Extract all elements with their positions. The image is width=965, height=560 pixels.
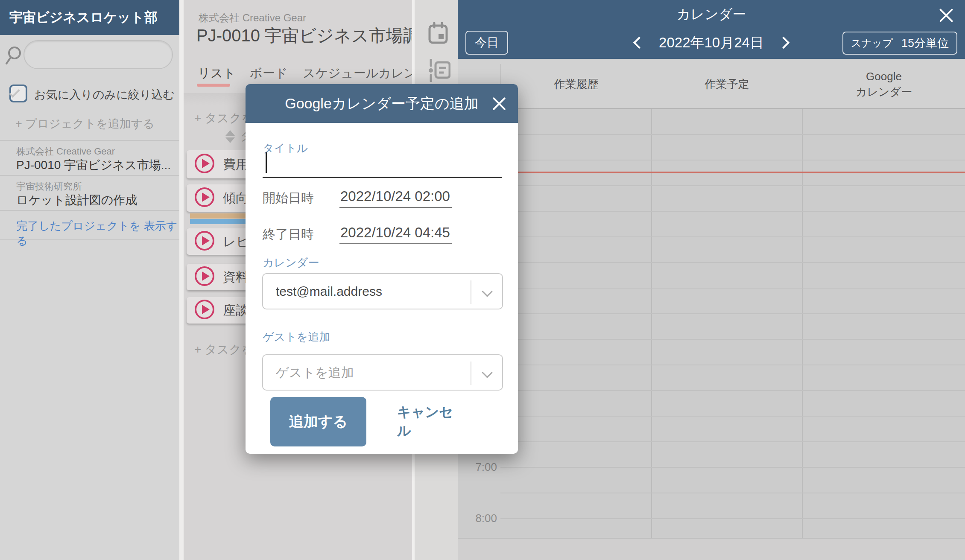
column-work-plan: 作業予定 xyxy=(652,59,802,109)
chevron-down-icon xyxy=(482,286,492,297)
select-divider xyxy=(471,362,471,385)
end-datetime-label: 終了日時 xyxy=(263,226,314,243)
task-name: 資料 xyxy=(223,268,249,286)
text-caret xyxy=(266,152,267,173)
select-divider xyxy=(471,280,471,304)
grid-line xyxy=(500,518,965,519)
favorite-filter-checkbox[interactable] xyxy=(9,85,27,102)
project-name: PJ-0010 宇宙ビジネス市場... xyxy=(16,157,174,173)
guests-field-label: ゲストを追加 xyxy=(263,330,330,344)
project-name: ロケット設計図の作成 xyxy=(16,192,174,208)
grid-line xyxy=(500,390,965,391)
close-icon[interactable] xyxy=(938,7,955,24)
grid-line xyxy=(500,416,965,417)
show-completed-row: 完了したプロジェクトを 表示する xyxy=(0,211,179,240)
hour-label: 7:00 xyxy=(458,460,497,474)
grid-line xyxy=(500,236,965,237)
grid-line xyxy=(500,288,965,289)
close-icon[interactable] xyxy=(491,96,507,111)
guests-select[interactable]: ゲストを追加 xyxy=(262,354,503,391)
chevron-down-icon xyxy=(482,367,492,378)
snap-label: スナップ xyxy=(851,36,893,50)
column-separator xyxy=(802,109,803,538)
submit-button[interactable]: 追加する xyxy=(270,397,366,446)
grid-line xyxy=(500,134,965,135)
sidebar-divider xyxy=(179,0,184,560)
task-name: 傾向 xyxy=(223,190,249,207)
grid-line xyxy=(500,467,965,468)
sidebar-project-item[interactable]: 宇宙技術研究所 ロケット設計図の作成 xyxy=(0,176,179,211)
snap-value: 15分単位 xyxy=(901,35,949,51)
calendar-title: カレンダー xyxy=(458,5,965,24)
start-datetime-value[interactable]: 2022/10/24 02:00 xyxy=(339,188,452,208)
calendar-header: カレンダー 今日 2022年10月24日 スナップ 15分単位 xyxy=(458,0,965,59)
chevron-left-icon[interactable] xyxy=(633,37,645,49)
search-row xyxy=(0,40,179,70)
modal-header: Googleカレンダー予定の追加 xyxy=(246,84,518,123)
app-root: 宇宙ビジネスロケット部 お気に入りのみに絞り込む + プロジェクトを追加する 株… xyxy=(0,0,965,560)
guests-select-placeholder: ゲストを追加 xyxy=(276,364,354,381)
play-icon[interactable] xyxy=(194,153,215,175)
start-datetime-label: 開始日時 xyxy=(263,190,314,207)
project-company-header: 株式会社 Creative Gear xyxy=(199,11,306,25)
favorite-filter-label: お気に入りのみに絞り込む xyxy=(34,87,175,102)
grid-line xyxy=(500,160,965,160)
team-name: 宇宙ビジネスロケット部 xyxy=(0,0,184,35)
column-separator xyxy=(651,109,652,538)
grid-line xyxy=(500,493,965,493)
project-company: 株式会社 Creative Gear xyxy=(16,145,115,158)
tab-schedule[interactable]: スケジュール xyxy=(303,65,378,82)
google-calendar-event-modal: Googleカレンダー予定の追加 タイトル 開始日時 2022/10/24 02… xyxy=(246,84,518,454)
calendar-view-icon[interactable] xyxy=(428,22,448,46)
tab-list[interactable]: リスト xyxy=(198,65,236,82)
calendar-panel: カレンダー 今日 2022年10月24日 スナップ 15分単位 作業履歴 作業予… xyxy=(458,0,965,560)
play-icon[interactable] xyxy=(194,187,215,209)
chevron-right-icon[interactable] xyxy=(778,37,790,49)
play-icon[interactable] xyxy=(194,299,215,321)
play-icon[interactable] xyxy=(194,266,215,288)
show-completed-link[interactable]: 完了したプロジェクトを 表示する xyxy=(16,219,179,248)
cancel-button[interactable]: キャンセル xyxy=(397,397,465,446)
sort-arrows-icon xyxy=(225,130,235,143)
snap-setting-button[interactable]: スナップ 15分単位 xyxy=(842,32,957,55)
end-datetime-value[interactable]: 2022/10/24 04:45 xyxy=(339,225,452,244)
calendar-field-label: カレンダー xyxy=(263,255,319,270)
current-time-line xyxy=(500,172,965,173)
calendar-select-value: test@mail.address xyxy=(276,284,382,299)
project-company: 宇宙技術研究所 xyxy=(16,180,82,193)
grid-line xyxy=(500,365,965,365)
tab-calendar[interactable]: カレンダー xyxy=(378,65,412,82)
search-icon xyxy=(5,45,23,67)
grid-line xyxy=(500,339,965,340)
column-google-calendar: Google カレンダー xyxy=(803,59,965,109)
sidebar: 宇宙ビジネスロケット部 お気に入りのみに絞り込む + プロジェクトを追加する 株… xyxy=(0,0,184,560)
current-date: 2022年10月24日 xyxy=(659,33,764,52)
play-icon[interactable] xyxy=(194,230,215,253)
grid-line xyxy=(500,185,965,186)
tab-board[interactable]: ボード xyxy=(250,65,287,82)
calendar-column-header: 作業履歴 作業予定 Google カレンダー xyxy=(458,59,965,109)
task-name: 費用 xyxy=(223,156,249,173)
calendar-select[interactable]: test@mail.address xyxy=(262,273,503,309)
column-work-history: 作業履歴 xyxy=(501,59,651,109)
favorite-filter-row: お気に入りのみに絞り込む xyxy=(0,84,179,106)
grid-line xyxy=(500,211,965,212)
search-input[interactable] xyxy=(23,40,173,69)
calendar-grid: 0:001:002:003:004:005:006:007:008:00 xyxy=(458,109,965,539)
hour-label: 8:00 xyxy=(458,511,497,525)
grid-bottom-strip xyxy=(458,539,965,560)
active-tab-underline xyxy=(197,84,230,87)
grid-line xyxy=(500,313,965,314)
add-project-button[interactable]: + プロジェクトを追加する xyxy=(0,105,179,141)
title-input[interactable] xyxy=(263,152,502,178)
checkmark-icon xyxy=(9,87,20,97)
project-title: PJ-0010 宇宙ビジネス市場調査 xyxy=(196,24,412,47)
task-name: 座談 xyxy=(223,302,249,319)
grid-line xyxy=(500,262,965,263)
sidebar-project-item[interactable]: 株式会社 Creative Gear PJ-0010 宇宙ビジネス市場... xyxy=(0,141,179,176)
modal-title: Googleカレンダー予定の追加 xyxy=(285,94,479,114)
gantt-view-icon[interactable] xyxy=(428,59,450,84)
grid-line xyxy=(500,441,965,442)
